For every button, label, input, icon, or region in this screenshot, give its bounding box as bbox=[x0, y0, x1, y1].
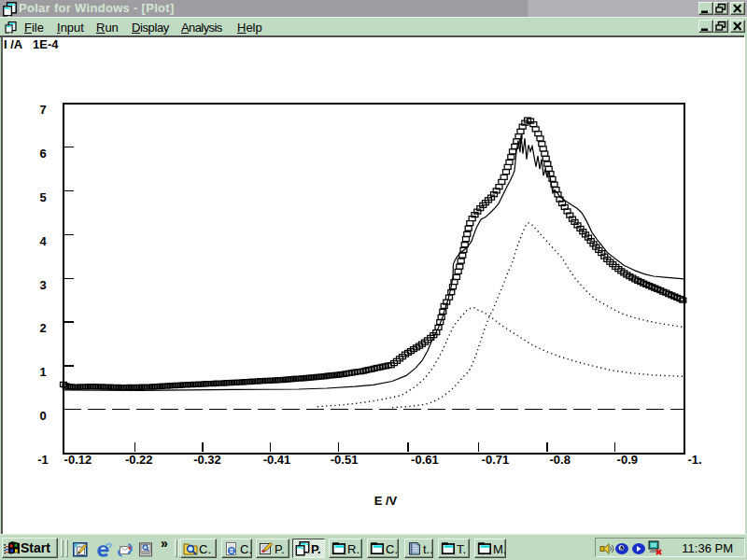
svg-text:-0.22: -0.22 bbox=[125, 453, 153, 467]
svg-text:1: 1 bbox=[39, 365, 46, 379]
svg-text:3: 3 bbox=[39, 278, 46, 292]
svg-text:-1.: -1. bbox=[687, 453, 701, 467]
svg-text:0: 0 bbox=[39, 409, 46, 423]
svg-text:-0.71: -0.71 bbox=[482, 453, 510, 467]
svg-text:-0.8: -0.8 bbox=[549, 453, 570, 467]
svg-text:1E-4: 1E-4 bbox=[33, 37, 59, 51]
svg-text:-0.51: -0.51 bbox=[331, 453, 359, 467]
svg-text:5: 5 bbox=[39, 190, 46, 204]
svg-text:2: 2 bbox=[39, 321, 46, 335]
svg-text:-0.61: -0.61 bbox=[411, 453, 439, 467]
svg-text:6: 6 bbox=[39, 147, 46, 161]
svg-text:E /V: E /V bbox=[374, 494, 398, 508]
svg-text:4: 4 bbox=[39, 234, 47, 248]
svg-text:-1: -1 bbox=[37, 453, 49, 467]
svg-text:-0.32: -0.32 bbox=[193, 453, 221, 467]
svg-text:7: 7 bbox=[39, 103, 46, 117]
svg-text:-0.41: -0.41 bbox=[263, 453, 291, 467]
svg-text:I /A: I /A bbox=[4, 37, 23, 51]
svg-text:-0.9: -0.9 bbox=[617, 453, 638, 467]
svg-text:-0.12: -0.12 bbox=[64, 453, 92, 467]
